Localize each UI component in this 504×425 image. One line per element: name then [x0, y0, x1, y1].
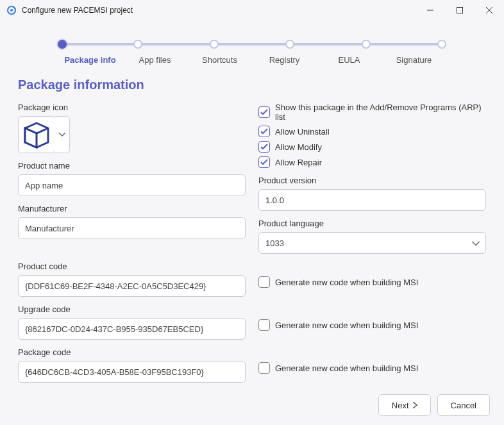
step-label-package-info[interactable]: Package info	[58, 55, 122, 65]
manufacturer-label: Manufacturer	[18, 204, 246, 213]
step-label-registry[interactable]: Registry	[252, 55, 317, 65]
step-label-app-files[interactable]: App files	[122, 55, 187, 65]
upgrade-code-field[interactable]	[18, 318, 246, 340]
allow-modify-checkbox[interactable]: Allow Modify	[258, 141, 486, 153]
allow-modify-label: Allow Modify	[275, 142, 322, 152]
step-label-signature[interactable]: Signature	[382, 55, 446, 65]
app-icon	[6, 5, 17, 15]
step-dot-signature[interactable]	[437, 40, 446, 49]
gen-product-code-checkbox[interactable]: Generate new code when building MSI	[258, 276, 486, 288]
step-dot-eula[interactable]	[362, 40, 371, 49]
step-label-shortcuts[interactable]: Shortcuts	[187, 55, 252, 65]
box-icon	[22, 121, 51, 149]
page-title: Package information	[18, 78, 486, 92]
allow-uninstall-label: Allow Uninstall	[275, 127, 330, 137]
product-version-label: Product version	[258, 176, 486, 185]
product-language-label: Product language	[258, 219, 486, 228]
package-icon-dropdown[interactable]	[55, 116, 70, 153]
svg-point-1	[10, 9, 13, 12]
chevron-down-icon	[59, 133, 65, 137]
gen-package-code-checkbox[interactable]: Generate new code when building MSI	[258, 362, 486, 374]
package-code-label: Package code	[18, 347, 246, 357]
package-icon-label: Package icon	[18, 103, 246, 112]
step-dot-package-info[interactable]	[58, 40, 67, 49]
gen-package-code-label: Generate new code when building MSI	[275, 363, 418, 373]
wizard-stepper: Package info App files Shortcuts Registr…	[58, 40, 446, 65]
allow-repair-label: Allow Repair	[275, 158, 322, 167]
minimize-button[interactable]	[416, 0, 445, 21]
product-name-label: Product name	[18, 161, 246, 171]
step-label-eula[interactable]: EULA	[317, 55, 382, 65]
cancel-button[interactable]: Cancel	[437, 394, 490, 416]
step-dot-app-files[interactable]	[133, 40, 142, 49]
step-dot-registry[interactable]	[285, 40, 294, 49]
upgrade-code-label: Upgrade code	[18, 304, 246, 314]
window-title: Configure new PACEMSI project	[22, 6, 133, 15]
package-code-field[interactable]	[18, 361, 246, 383]
package-icon-preview[interactable]	[18, 116, 55, 153]
step-dot-shortcuts[interactable]	[210, 40, 219, 49]
svg-rect-3	[457, 8, 463, 13]
cancel-button-label: Cancel	[451, 401, 476, 410]
titlebar: Configure new PACEMSI project	[0, 0, 504, 21]
product-version-field[interactable]	[258, 189, 486, 211]
product-name-field[interactable]	[18, 174, 246, 196]
next-button-label: Next	[392, 401, 409, 410]
gen-upgrade-code-label: Generate new code when building MSI	[275, 321, 418, 330]
product-language-select[interactable]	[258, 232, 486, 254]
next-button[interactable]: Next	[378, 394, 431, 416]
show-arp-checkbox[interactable]: Show this package in the Add/Remove Prog…	[258, 103, 486, 122]
product-code-label: Product code	[18, 262, 246, 271]
gen-upgrade-code-checkbox[interactable]: Generate new code when building MSI	[258, 319, 486, 331]
footer: Next Cancel	[0, 385, 504, 425]
allow-repair-checkbox[interactable]: Allow Repair	[258, 156, 486, 168]
maximize-button[interactable]	[445, 0, 475, 21]
show-arp-label: Show this package in the Add/Remove Prog…	[275, 103, 486, 122]
gen-product-code-label: Generate new code when building MSI	[275, 278, 418, 287]
manufacturer-field[interactable]	[18, 217, 246, 239]
chevron-right-icon	[413, 402, 417, 408]
close-button[interactable]	[475, 0, 504, 21]
product-code-field[interactable]	[18, 275, 246, 297]
allow-uninstall-checkbox[interactable]: Allow Uninstall	[258, 126, 486, 137]
